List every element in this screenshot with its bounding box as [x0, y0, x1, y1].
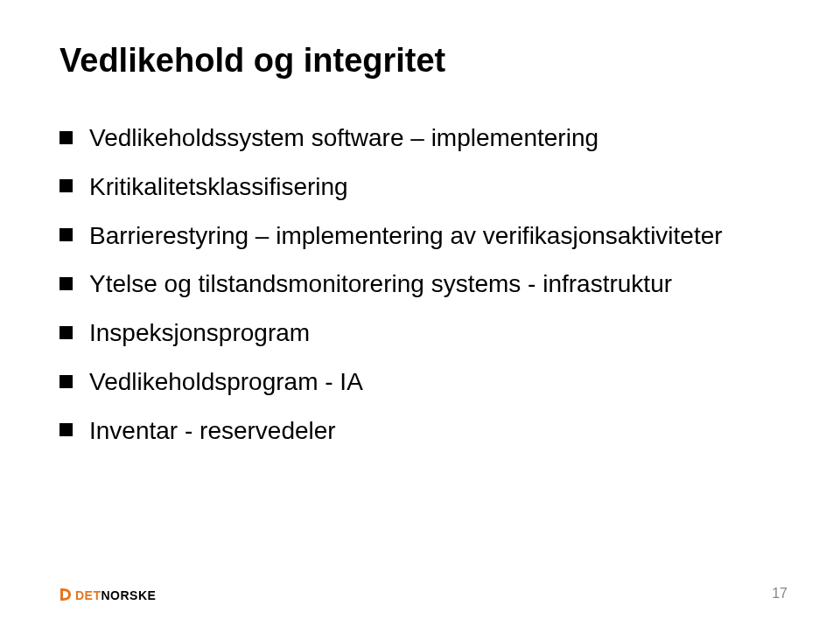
- list-item: Kritikalitetsklassifisering: [60, 170, 780, 204]
- logo-icon: [60, 588, 72, 602]
- bullet-list: Vedlikeholdssystem software – implemente…: [60, 122, 780, 448]
- logo-text: DETNORSKE: [75, 589, 156, 602]
- list-item: Vedlikeholdssystem software – implemente…: [60, 122, 780, 155]
- list-item: Vedlikeholdsprogram - IA: [60, 365, 780, 399]
- slide: Vedlikehold og integritet Vedlikeholdssy…: [0, 0, 840, 626]
- list-item: Ytelse og tilstandsmonitorering systems …: [60, 268, 780, 301]
- logo-text-norske: NORSKE: [102, 588, 157, 602]
- list-item: Inventar - reservedeler: [60, 414, 780, 448]
- logo: DETNORSKE: [60, 588, 156, 602]
- slide-title: Vedlikehold og integritet: [60, 42, 780, 80]
- list-item: Inspeksjonsprogram: [60, 316, 780, 350]
- logo-text-det: DET: [75, 588, 102, 602]
- footer: DETNORSKE 17: [60, 586, 788, 602]
- list-item: Barrierestyring – implementering av veri…: [60, 219, 780, 253]
- page-number: 17: [772, 586, 788, 602]
